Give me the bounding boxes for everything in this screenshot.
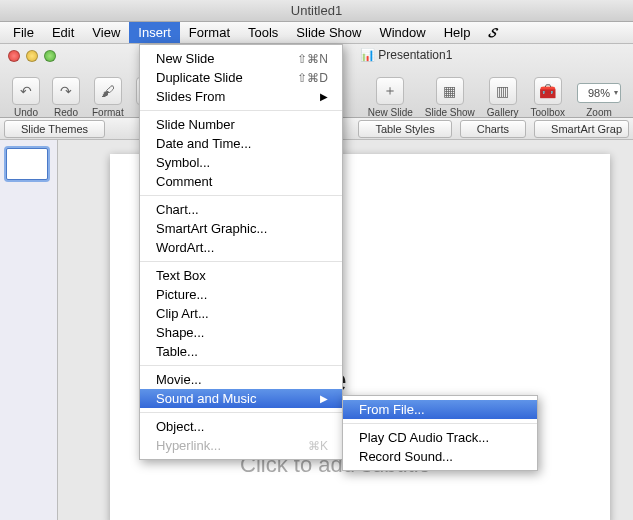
smartart-button[interactable]: SmartArt Grap [534,120,629,138]
undo-button[interactable]: ↶Undo [6,77,46,118]
menu-separator [140,110,342,111]
menuitem-table[interactable]: Table... [140,342,342,361]
menuitem-smartart[interactable]: SmartArt Graphic... [140,219,342,238]
new-slide-button[interactable]: ＋New Slide [362,77,419,118]
menuitem-sound-and-music[interactable]: Sound and Music▶ [140,389,342,408]
menu-window[interactable]: Window [370,22,434,43]
format-button[interactable]: 🖌Format [86,77,130,118]
charts-button[interactable]: Charts [460,120,526,138]
menuitem-new-slide[interactable]: New Slide⇧⌘N [140,49,342,68]
submenu-arrow-icon: ▶ [320,393,328,404]
menuitem-text-box[interactable]: Text Box [140,266,342,285]
menuitem-picture[interactable]: Picture... [140,285,342,304]
document-tab-label: Presentation1 [378,48,452,62]
zoom-control[interactable]: 98% Zoom [571,83,627,118]
window-title: Untitled1 [291,3,342,18]
menuitem-hyperlink: Hyperlink...⌘K [140,436,342,455]
menuitem-symbol[interactable]: Symbol... [140,153,342,172]
submenu-arrow-icon: ▶ [320,91,328,102]
menuitem-record-sound[interactable]: Record Sound... [343,447,537,466]
menu-format[interactable]: Format [180,22,239,43]
menuitem-wordart[interactable]: WordArt... [140,238,342,257]
document-tab[interactable]: 📊 Presentation1 [350,46,462,64]
menu-slideshow[interactable]: Slide Show [287,22,370,43]
menuitem-movie[interactable]: Movie... [140,370,342,389]
new-slide-icon: ＋ [376,77,404,105]
minimize-window-button[interactable] [26,50,38,62]
menuitem-play-cd-audio[interactable]: Play CD Audio Track... [343,428,537,447]
menu-view[interactable]: View [83,22,129,43]
window-controls [8,50,56,62]
zoom-window-button[interactable] [44,50,56,62]
slide-thumbnail-panel [0,140,58,520]
insert-menu-dropdown: New Slide⇧⌘N Duplicate Slide⇧⌘D Slides F… [139,44,343,460]
close-window-button[interactable] [8,50,20,62]
menu-tools[interactable]: Tools [239,22,287,43]
menu-edit[interactable]: Edit [43,22,83,43]
menuitem-chart[interactable]: Chart... [140,200,342,219]
menu-separator [140,195,342,196]
menu-script-icon[interactable]: 𝓢 [479,22,505,43]
slide-show-icon: ▦ [436,77,464,105]
menuitem-date-time[interactable]: Date and Time... [140,134,342,153]
menu-separator [140,261,342,262]
window-titlebar: Untitled1 [0,0,633,22]
menu-insert[interactable]: Insert [129,22,180,43]
menu-file[interactable]: File [4,22,43,43]
sound-and-music-submenu: From File... Play CD Audio Track... Reco… [342,395,538,471]
table-styles-button[interactable]: Table Styles [358,120,451,138]
presentation-icon: 📊 [360,48,375,62]
slide-show-button[interactable]: ▦Slide Show [419,77,481,118]
menuitem-slides-from[interactable]: Slides From▶ [140,87,342,106]
gallery-icon: ▥ [489,77,517,105]
menu-separator [140,365,342,366]
menuitem-comment[interactable]: Comment [140,172,342,191]
menuitem-from-file[interactable]: From File... [343,400,537,419]
toolbox-button[interactable]: 🧰Toolbox [525,77,571,118]
gallery-button[interactable]: ▥Gallery [481,77,525,118]
zoom-field[interactable]: 98% [577,83,621,103]
menuitem-slide-number[interactable]: Slide Number [140,115,342,134]
format-brush-icon: 🖌 [94,77,122,105]
menu-help[interactable]: Help [435,22,480,43]
redo-button[interactable]: ↷Redo [46,77,86,118]
menuitem-shape[interactable]: Shape... [140,323,342,342]
menu-separator [140,412,342,413]
menuitem-object[interactable]: Object... [140,417,342,436]
slide-thumbnail-1[interactable] [6,148,48,180]
redo-icon: ↷ [52,77,80,105]
toolbox-icon: 🧰 [534,77,562,105]
slide-themes-button[interactable]: Slide Themes [4,120,105,138]
undo-icon: ↶ [12,77,40,105]
menuitem-duplicate-slide[interactable]: Duplicate Slide⇧⌘D [140,68,342,87]
menuitem-clip-art[interactable]: Clip Art... [140,304,342,323]
menu-separator [343,423,537,424]
menubar: File Edit View Insert Format Tools Slide… [0,22,633,44]
